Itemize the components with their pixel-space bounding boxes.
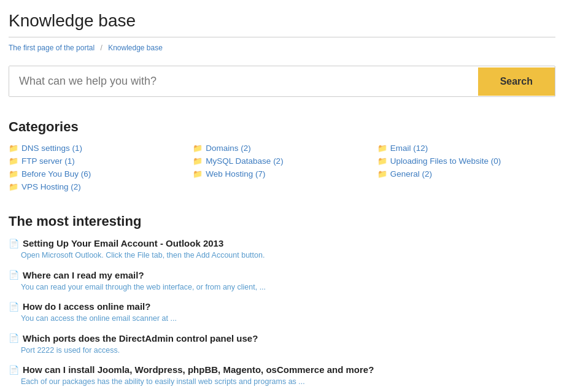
category-label: General (2): [390, 169, 432, 179]
category-label: Web Hosting (7): [206, 169, 265, 179]
category-item[interactable]: 📁 FTP server (1): [9, 156, 187, 166]
category-item[interactable]: 📁 Uploading Files to Website (0): [377, 156, 555, 166]
category-item[interactable]: 📁 Domains (2): [193, 144, 371, 153]
search-input[interactable]: [9, 66, 478, 96]
folder-icon: 📁: [193, 144, 203, 153]
breadcrumb-current-link[interactable]: Knowledge base: [108, 44, 163, 52]
categories-grid: 📁 DNS settings (1) 📁 Domains (2) 📁 Email…: [9, 144, 555, 191]
categories-section: Categories 📁 DNS settings (1) 📁 Domains …: [9, 119, 555, 191]
search-section: Search: [9, 66, 555, 97]
doc-icon: 📄: [9, 302, 19, 312]
category-label: FTP server (1): [21, 156, 75, 166]
article-excerpt: You can read your email through the web …: [21, 282, 555, 293]
article-title-row: 📄 How can I install Joomla, Wordpress, p…: [9, 364, 555, 375]
category-label: Uploading Files to Website (0): [390, 156, 501, 166]
article-item: 📄 Setting Up Your Email Account - Outloo…: [9, 238, 555, 261]
folder-icon: 📁: [9, 156, 18, 166]
article-title-row: 📄 Where can I read my email?: [9, 270, 555, 280]
interesting-title: The most interesting: [9, 213, 555, 229]
folder-icon: 📁: [193, 169, 203, 179]
category-item[interactable]: 📁 General (2): [377, 169, 555, 179]
page-title: Knowledge base: [9, 11, 555, 31]
category-item[interactable]: 📁 Web Hosting (7): [193, 169, 371, 179]
category-label: Domains (2): [206, 144, 251, 153]
folder-icon: 📁: [377, 169, 387, 179]
article-excerpt: You can access the online email scanner …: [21, 313, 555, 325]
category-item[interactable]: 📁 VPS Hosting (2): [9, 182, 187, 191]
category-label: DNS settings (1): [21, 144, 82, 153]
article-item: 📄 Where can I read my email? You can rea…: [9, 270, 555, 293]
article-link[interactable]: Which ports does the DirectAdmin control…: [23, 333, 258, 344]
article-item: 📄 How do I access online mail? You can a…: [9, 301, 555, 325]
category-item[interactable]: 📁 Email (12): [377, 144, 555, 153]
category-label: MySQL Database (2): [206, 156, 283, 166]
folder-icon: 📁: [193, 156, 203, 166]
article-excerpt: Each of our packages has the ability to …: [21, 377, 555, 388]
article-item: 📄 How can I install Joomla, Wordpress, p…: [9, 364, 555, 388]
divider: [9, 37, 555, 37]
doc-icon: 📄: [9, 270, 19, 280]
folder-icon: 📁: [9, 182, 18, 191]
breadcrumb: The first page of the portal / Knowledge…: [9, 44, 555, 52]
breadcrumb-home-link[interactable]: The first page of the portal: [9, 44, 95, 52]
article-link[interactable]: Setting Up Your Email Account - Outlook …: [23, 238, 223, 248]
folder-icon: 📁: [377, 144, 387, 153]
doc-icon: 📄: [9, 333, 19, 343]
categories-title: Categories: [9, 119, 555, 135]
folder-icon: 📁: [9, 169, 18, 179]
article-item: 📄 Which ports does the DirectAdmin contr…: [9, 333, 555, 356]
article-excerpt: Port 2222 is used for access.: [21, 345, 555, 356]
breadcrumb-separator: /: [100, 44, 102, 52]
doc-icon: 📄: [9, 239, 19, 248]
interesting-section: The most interesting 📄 Setting Up Your E…: [9, 213, 555, 388]
page-wrapper: Knowledge base The first page of the por…: [0, 0, 564, 392]
article-excerpt: Open Microsoft Outlook. Click the File t…: [21, 250, 555, 261]
category-item[interactable]: 📁 Before You Buy (6): [9, 169, 187, 179]
article-link[interactable]: Where can I read my email?: [23, 270, 144, 280]
category-label: Before You Buy (6): [21, 169, 91, 179]
article-title-row: 📄 How do I access online mail?: [9, 301, 555, 312]
doc-icon: 📄: [9, 365, 19, 375]
category-item[interactable]: 📁 DNS settings (1): [9, 144, 187, 153]
category-label: Email (12): [390, 144, 428, 153]
article-title-row: 📄 Setting Up Your Email Account - Outloo…: [9, 238, 555, 248]
article-link[interactable]: How do I access online mail?: [23, 301, 150, 312]
category-label: VPS Hosting (2): [21, 182, 81, 191]
article-title-row: 📄 Which ports does the DirectAdmin contr…: [9, 333, 555, 344]
article-link[interactable]: How can I install Joomla, Wordpress, php…: [23, 364, 374, 375]
search-button[interactable]: Search: [478, 67, 555, 96]
folder-icon: 📁: [377, 156, 387, 166]
folder-icon: 📁: [9, 144, 18, 153]
category-item[interactable]: 📁 MySQL Database (2): [193, 156, 371, 166]
